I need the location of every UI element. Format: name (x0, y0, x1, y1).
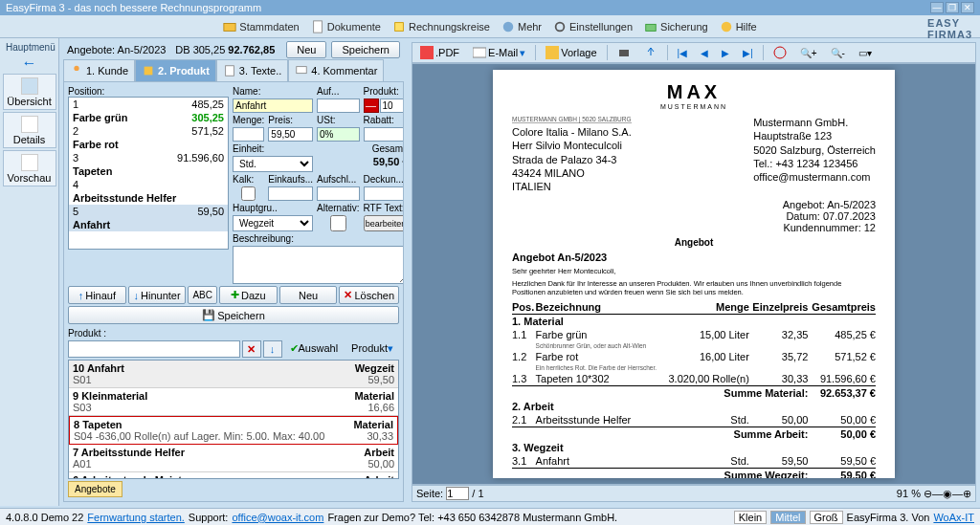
email-button[interactable]: E-Mail▾ (469, 45, 529, 60)
product-row[interactable]: 8 TapetenMaterialS04 -636,00 Rolle(n) au… (69, 416, 398, 445)
minimize-button[interactable]: — (930, 2, 944, 13)
menu-hilfe[interactable]: Hilfe (720, 20, 757, 33)
svg-point-15 (774, 47, 786, 58)
product-row[interactable]: 9 KleinmaterialMaterialS0316,66 (69, 388, 398, 416)
product-row[interactable]: 10 AnfahrtWegzeitS0159,50 (69, 361, 398, 388)
side-nav: Hauptmenü ← Übersicht Details Vorschau (0, 38, 59, 506)
app-title: EasyFirma 3 - das noch bessere Rechnungs… (6, 2, 261, 13)
product-row[interactable]: 7 Arbeitsstunde HelferArbeitA0150,00 (69, 445, 398, 472)
product-row[interactable]: 6 Arbeitsstunde MeisterArbeitA0274,99 (69, 472, 398, 479)
fernwartung-link[interactable]: Fernwartung starten. (87, 512, 185, 523)
tab-texte[interactable]: 3. Texte.. (216, 59, 288, 81)
einkaufs-input[interactable] (268, 186, 313, 201)
hinauf-button[interactable]: ↑Hinauf (68, 286, 126, 304)
close-button[interactable]: ✕ (961, 2, 974, 13)
svg-rect-12 (473, 48, 486, 57)
kalk-check[interactable] (233, 186, 264, 201)
position-row[interactable]: 1485,25 (69, 98, 228, 111)
dazu-button[interactable]: ✚Dazu (219, 286, 278, 304)
position-row[interactable]: Farbe rot (69, 138, 228, 151)
zoom-minus[interactable]: ⊖ (924, 488, 932, 499)
svg-rect-10 (297, 67, 307, 74)
einheit-select[interactable]: Std. (233, 156, 313, 172)
bearbeiten-button[interactable]: bearbeiten (364, 215, 404, 231)
position-row[interactable]: 2571,52 (69, 124, 228, 138)
prev-page-button[interactable]: ◀ (697, 47, 712, 59)
speichern-button[interactable]: Speichern (331, 41, 400, 58)
alternativ-check[interactable] (317, 215, 359, 231)
neu-button[interactable]: Neu (286, 41, 326, 58)
back-button[interactable]: ← (2, 55, 56, 72)
position-row[interactable]: 391.596,60 (69, 151, 228, 164)
remove-prod-button[interactable]: — (364, 98, 379, 113)
produkt-search[interactable] (68, 340, 240, 358)
zoom-slider[interactable]: ◉ (943, 488, 952, 499)
auf-input[interactable] (317, 98, 359, 113)
auswahl-button[interactable]: ✔Auswahl (284, 340, 345, 358)
document-icon (311, 20, 324, 33)
nav-details[interactable]: Details (3, 112, 56, 148)
tab-kommentar[interactable]: 4. Kommentar (288, 59, 384, 81)
first-page-button[interactable]: |◀ (674, 47, 692, 59)
size-klein[interactable]: Klein (734, 511, 767, 524)
produkt-button[interactable]: Produkt▾ (345, 340, 399, 358)
bottom-tag[interactable]: Angebote (68, 481, 122, 497)
clear-search-button[interactable]: ✕ (242, 340, 261, 358)
maximize-button[interactable]: ❐ (946, 2, 959, 13)
email-icon (473, 46, 486, 59)
pos-speichern-button[interactable]: 💾Speichern (68, 306, 399, 324)
preis-input[interactable] (268, 127, 313, 142)
position-row[interactable]: 559,50 (69, 205, 228, 218)
abc-button[interactable]: ABC (188, 286, 217, 304)
document-page: MAXMUSTERMANN MUSTERMANN GMBH | 5020 SAL… (493, 70, 895, 478)
support-email[interactable]: office@woax-it.com (232, 512, 323, 523)
product-list[interactable]: 10 AnfahrtWegzeitS0159,509 Kleinmaterial… (68, 360, 399, 479)
menu-sicherung[interactable]: Sicherung (644, 20, 708, 33)
menu-stammdaten[interactable]: Stammdaten (223, 20, 299, 33)
export-button[interactable] (640, 45, 661, 60)
nav-uebersicht[interactable]: Übersicht (3, 74, 56, 110)
position-row[interactable]: Arbeitsstunde Helfer (69, 191, 228, 205)
zoom-in-button[interactable]: 🔍+ (796, 47, 821, 59)
size-gross[interactable]: Groß (810, 511, 843, 524)
menu-rechnungskreise[interactable]: Rechnungskreise (392, 20, 490, 33)
menu-mehr[interactable]: Mehr (501, 20, 542, 33)
rabatt-input[interactable] (364, 127, 404, 142)
menu-dokumente[interactable]: Dokumente (311, 20, 381, 33)
hinunter-button[interactable]: ↓Hinunter (128, 286, 187, 304)
print-button[interactable] (613, 45, 635, 60)
compass-button[interactable] (769, 45, 791, 60)
aufschl-input[interactable] (317, 186, 359, 201)
vorlage-button[interactable]: Vorlage (542, 45, 600, 60)
zoom-out-button[interactable]: 🔍- (827, 47, 849, 59)
search-down-button[interactable]: ↓ (263, 340, 282, 358)
position-row[interactable]: Farbe grün305,25 (69, 111, 228, 124)
position-list[interactable]: 1485,25Farbe grün305,252571,52Farbe rot3… (68, 97, 229, 250)
menge-input[interactable] (233, 127, 264, 142)
ust-input[interactable] (317, 127, 359, 142)
page-input[interactable] (446, 487, 469, 500)
last-page-button[interactable]: ▶| (739, 47, 757, 59)
woax-link[interactable]: WoAx-IT (933, 512, 974, 523)
preview-viewport[interactable]: MAXMUSTERMANN MUSTERMANN GMBH | 5020 SAL… (412, 63, 976, 485)
deckun-input[interactable] (364, 186, 404, 201)
prod-no-input[interactable] (380, 98, 404, 113)
tab-kunde[interactable]: 1. Kunde (63, 59, 135, 81)
zoom-plus[interactable]: ⊕ (963, 488, 971, 499)
loeschen-button[interactable]: ✕Löschen (339, 286, 399, 304)
position-row[interactable]: 4 (69, 178, 228, 191)
pos-neu-button[interactable]: Neu (279, 286, 338, 304)
name-input[interactable] (233, 98, 313, 113)
line-items-table: Pos.BezeichnungMengeEinzelpreisGesamtpre… (512, 300, 876, 478)
size-mittel[interactable]: Mittel (770, 511, 805, 524)
menu-einstellungen[interactable]: Einstellungen (553, 20, 633, 33)
tab-produkt[interactable]: 2. Produkt (135, 59, 216, 81)
position-row[interactable]: Tapeten (69, 164, 228, 178)
hauptgru-select[interactable]: Wegzeit (233, 215, 313, 231)
beschreibung-input[interactable] (233, 246, 404, 284)
next-page-button[interactable]: ▶ (718, 47, 733, 59)
nav-vorschau[interactable]: Vorschau (3, 150, 56, 186)
pdf-button[interactable]: .PDF (416, 45, 463, 60)
position-row[interactable]: Anfahrt (69, 218, 228, 231)
layout-button[interactable]: ▭▾ (855, 47, 876, 59)
